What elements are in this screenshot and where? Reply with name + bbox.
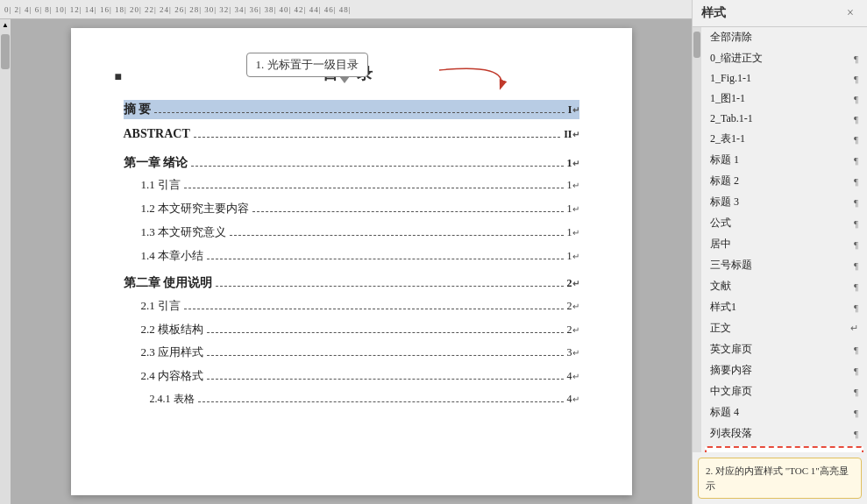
style-item-19[interactable]: 列表段落¶ bbox=[701, 423, 867, 444]
toc-label: 摘 要 bbox=[124, 100, 152, 119]
style-item-icon: ¶ bbox=[854, 366, 858, 376]
style-item-label: 标题 4 bbox=[710, 405, 739, 420]
style-item-9[interactable]: 公式¶ bbox=[701, 213, 867, 234]
style-item-11[interactable]: 三号标题¶ bbox=[701, 255, 867, 276]
toc-label: 1.3 本文研究意义 bbox=[141, 224, 227, 242]
sidebar-header: 样式 × bbox=[693, 0, 867, 27]
sidebar-title: 样式 bbox=[701, 5, 726, 21]
style-item-label: 文献 bbox=[710, 279, 731, 294]
page-container: ■ 目 录 1. 光标置于一级目录 bbox=[11, 19, 692, 504]
toc-entry-10: 2.3 应用样式3 bbox=[124, 344, 579, 362]
toc-entry-7: 第二章 使用说明2 bbox=[124, 273, 579, 293]
scroll-up-arrow[interactable]: ▲ bbox=[0, 19, 11, 30]
toc-dots bbox=[154, 112, 565, 113]
style-item-icon: ↵ bbox=[850, 323, 858, 334]
toc-page-num: I bbox=[568, 102, 579, 118]
style-item-4[interactable]: 2_Tab.1-1¶ bbox=[701, 110, 867, 129]
toc-page-num: 1 bbox=[567, 177, 579, 194]
toc-dots bbox=[207, 355, 564, 356]
toc-entry-1: ABSTRACTII bbox=[124, 124, 579, 144]
toc-entry-11: 2.4 内容格式4 bbox=[124, 367, 579, 386]
scrollbar-thumb[interactable] bbox=[1, 34, 10, 69]
toc-entry-0: 摘 要I bbox=[124, 100, 579, 119]
toc-label: 1.1 引言 bbox=[141, 176, 181, 195]
sidebar-close-button[interactable]: × bbox=[842, 5, 858, 21]
toc-label: 1.2 本文研究主要内容 bbox=[141, 200, 250, 218]
toc-dots bbox=[184, 188, 564, 188]
style-item-13[interactable]: 样式1¶ bbox=[701, 297, 867, 318]
style-item-label: 三号标题 bbox=[710, 258, 752, 273]
toc-entry-4: 1.2 本文研究主要内容1 bbox=[124, 200, 579, 218]
style-item-label: 居中 bbox=[710, 237, 731, 252]
style-item-5[interactable]: 2_表1-1¶ bbox=[701, 129, 867, 150]
sidebar-style-list: 全部清除0_缩进正文¶1_Fig.1-1¶1_图1-1¶2_Tab.1-1¶2_… bbox=[701, 27, 867, 452]
style-item-label: 公式 bbox=[710, 216, 731, 231]
toc-entry-5: 1.3 本文研究意义1 bbox=[124, 224, 579, 242]
sidebar-scrollbar[interactable] bbox=[693, 27, 701, 452]
style-item-17[interactable]: 中文扉页¶ bbox=[701, 381, 867, 402]
toc-entry-8: 2.1 引言2 bbox=[124, 297, 579, 316]
style-item-label: 标题 1 bbox=[710, 153, 739, 167]
style-item-3[interactable]: 1_图1-1¶ bbox=[701, 89, 867, 110]
toc-page-num: 2 bbox=[567, 322, 579, 338]
toc-dots bbox=[191, 166, 564, 167]
style-item-18[interactable]: 标题 4¶ bbox=[701, 402, 867, 423]
toc-dots bbox=[184, 309, 564, 309]
style-item-2[interactable]: 1_Fig.1-1¶ bbox=[701, 69, 867, 89]
toc-page-num: 1 bbox=[567, 224, 579, 241]
style-item-7[interactable]: 标题 2¶ bbox=[701, 171, 867, 192]
style-item-label: 列表段落 bbox=[710, 426, 752, 441]
style-item-16[interactable]: 摘要内容¶ bbox=[701, 360, 867, 381]
style-item-0[interactable]: 全部清除 bbox=[701, 27, 867, 48]
toc-page-num: 1 bbox=[567, 201, 579, 217]
style-item-14[interactable]: 正文↵ bbox=[701, 318, 867, 339]
toc-list: 摘 要IABSTRACTII第一章 绪论11.1 引言11.2 本文研究主要内容… bbox=[124, 100, 579, 408]
toc-dots bbox=[252, 211, 564, 212]
style-item-label: 标题 2 bbox=[710, 174, 739, 188]
annotation-step1: 1. 光标置于一级目录 bbox=[246, 53, 368, 77]
style-item-icon: ¶ bbox=[854, 114, 858, 124]
style-item-icon: ¶ bbox=[854, 176, 858, 187]
toc-page-num: 2 bbox=[567, 275, 579, 292]
style-item-icon: ¶ bbox=[854, 155, 858, 166]
toc-dots bbox=[198, 401, 564, 402]
style-item-label: 摘要内容 bbox=[710, 363, 752, 378]
style-item-icon: ¶ bbox=[854, 94, 858, 104]
toc-dots bbox=[207, 259, 564, 259]
styles-sidebar: 样式 × 全部清除0_缩进正文¶1_Fig.1-1¶1_图1-1¶2_Tab.1… bbox=[692, 0, 867, 504]
toc-entry-3: 1.1 引言1 bbox=[124, 176, 579, 195]
style-item-icon: ¶ bbox=[854, 134, 858, 145]
style-item-icon: ¶ bbox=[854, 197, 858, 208]
style-item-15[interactable]: 英文扉页¶ bbox=[701, 339, 867, 360]
style-item-label: 2_表1-1 bbox=[710, 131, 745, 146]
toc-dots bbox=[194, 137, 560, 138]
toc-dots bbox=[230, 235, 564, 236]
document-page: ■ 目 录 1. 光标置于一级目录 bbox=[71, 28, 632, 495]
style-item-12[interactable]: 文献¶ bbox=[701, 276, 867, 297]
toc-entry-6: 1.4 本章小结1 bbox=[124, 247, 579, 266]
page-vertical-scrollbar[interactable]: ▲ bbox=[0, 19, 11, 504]
annotation-step1-text: 1. 光标置于一级目录 bbox=[256, 58, 359, 71]
document-area: 0| 2| 4| 6| 8| 10| 12| 14| 16| 18| 20| 2… bbox=[0, 0, 692, 504]
style-item-6[interactable]: 标题 1¶ bbox=[701, 150, 867, 171]
style-item-icon: ¶ bbox=[854, 260, 858, 271]
toc-label: 1.4 本章小结 bbox=[141, 247, 204, 266]
toc-entry-9: 2.2 模板结构2 bbox=[124, 321, 579, 339]
toc-page-num: 2 bbox=[567, 298, 579, 315]
sidebar-annotation-text: 2. 对应的内置样式 "TOC 1"高亮显示 bbox=[706, 465, 849, 491]
toc-label: 第二章 使用说明 bbox=[124, 273, 213, 293]
style-item-icon: ¶ bbox=[854, 281, 858, 292]
toc-label: ABSTRACT bbox=[124, 124, 190, 144]
sidebar-scrollbar-thumb[interactable] bbox=[693, 32, 700, 58]
ruler-marks: 0| 2| 4| 6| 8| 10| 12| 14| 16| 18| 20| 2… bbox=[0, 5, 352, 14]
style-item-icon: ¶ bbox=[854, 218, 858, 229]
style-item-1[interactable]: 0_缩进正文¶ bbox=[701, 48, 867, 69]
toc-label: 2.4.1 表格 bbox=[150, 391, 195, 408]
style-item-10[interactable]: 居中¶ bbox=[701, 234, 867, 255]
toc-dots bbox=[207, 332, 564, 333]
style-item-label: 1_图1-1 bbox=[710, 91, 745, 106]
style-item-icon: ¶ bbox=[854, 344, 858, 355]
toc-label: 2.3 应用样式 bbox=[141, 344, 204, 362]
style-item-toc1[interactable]: TOC 1▼ bbox=[705, 446, 863, 452]
style-item-8[interactable]: 标题 3¶ bbox=[701, 192, 867, 213]
